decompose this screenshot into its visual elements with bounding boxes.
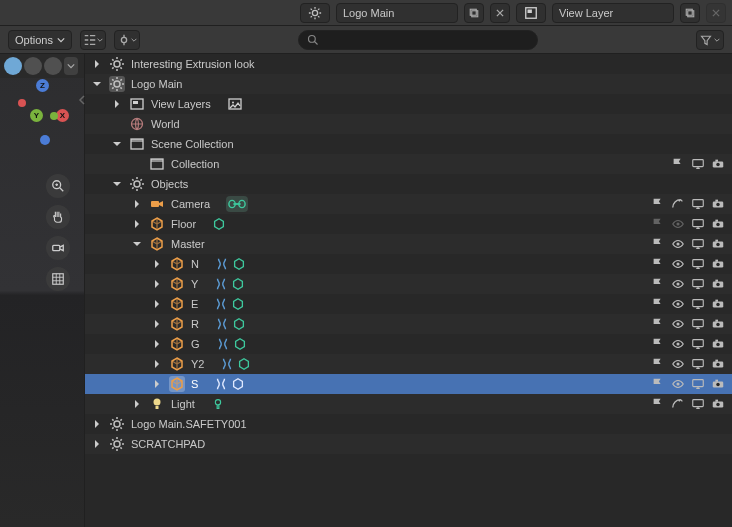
render-toggle[interactable] xyxy=(710,336,726,352)
disclosure-right-icon[interactable] xyxy=(151,299,163,309)
visibility-toggle[interactable] xyxy=(670,296,686,312)
outliner-tree[interactable]: Interesting Extrusion lookLogo MainView … xyxy=(85,54,732,527)
copy-scene-button[interactable] xyxy=(464,3,484,23)
viewport-toggle[interactable] xyxy=(690,296,706,312)
pan-button[interactable] xyxy=(46,205,70,229)
visibility-toggle[interactable] xyxy=(670,236,686,252)
selectable-toggle[interactable] xyxy=(650,276,666,292)
outliner-row[interactable]: S xyxy=(85,374,732,394)
selectable-toggle[interactable] xyxy=(650,296,666,312)
viewlayer-name-field[interactable]: View Layer xyxy=(552,3,674,23)
outliner-row[interactable]: Scene Collection xyxy=(85,134,732,154)
scene-selector[interactable] xyxy=(300,3,330,23)
camera-view-button[interactable] xyxy=(46,236,70,260)
outliner-row[interactable]: View Layers xyxy=(85,94,732,114)
render-toggle[interactable] xyxy=(710,196,726,212)
render-toggle[interactable] xyxy=(710,256,726,272)
viewlayer-selector[interactable] xyxy=(516,3,546,23)
disclosure-right-icon[interactable] xyxy=(151,359,163,369)
hide-select-toggle[interactable] xyxy=(670,396,686,412)
render-toggle[interactable] xyxy=(710,396,726,412)
outliner-row[interactable]: Collection xyxy=(85,154,732,174)
viewport-toggle[interactable] xyxy=(690,356,706,372)
viewport-toggle[interactable] xyxy=(690,196,706,212)
disclosure-right-icon[interactable] xyxy=(151,319,163,329)
visibility-toggle[interactable] xyxy=(670,256,686,272)
outliner-row[interactable]: Floor xyxy=(85,214,732,234)
render-toggle[interactable] xyxy=(710,156,726,172)
selectable-toggle[interactable] xyxy=(650,356,666,372)
disclosure-down-icon[interactable] xyxy=(131,239,143,249)
selectable-toggle[interactable] xyxy=(670,156,686,172)
z-axis-ball[interactable]: Z xyxy=(36,79,49,92)
render-toggle[interactable] xyxy=(710,216,726,232)
copy-viewlayer-button[interactable] xyxy=(680,3,700,23)
disclosure-down-icon[interactable] xyxy=(111,179,123,189)
y-axis-ball[interactable]: Y xyxy=(30,109,43,122)
visibility-toggle[interactable] xyxy=(670,376,686,392)
selectable-toggle[interactable] xyxy=(650,336,666,352)
disclosure-right-icon[interactable] xyxy=(151,259,163,269)
outliner-row[interactable]: Objects xyxy=(85,174,732,194)
outliner-row[interactable]: Camera xyxy=(85,194,732,214)
disclosure-right-icon[interactable] xyxy=(111,99,123,109)
selectable-toggle[interactable] xyxy=(650,216,666,232)
outliner-row[interactable]: Y xyxy=(85,274,732,294)
perspective-toggle-button[interactable] xyxy=(46,267,70,291)
visibility-toggle[interactable] xyxy=(670,356,686,372)
shading-matprev[interactable] xyxy=(44,57,62,75)
disclosure-right-icon[interactable] xyxy=(131,219,143,229)
delete-scene-button[interactable] xyxy=(490,3,510,23)
viewport-panel[interactable]: Z X Y xyxy=(0,54,85,527)
visibility-toggle[interactable] xyxy=(670,276,686,292)
outliner-row[interactable]: R xyxy=(85,314,732,334)
disclosure-down-icon[interactable] xyxy=(91,79,103,89)
axis-gizmo[interactable]: Z X Y xyxy=(18,79,68,129)
render-toggle[interactable] xyxy=(710,236,726,252)
neg-z-ball[interactable] xyxy=(40,135,50,145)
hide-select-toggle[interactable] xyxy=(670,196,686,212)
disclosure-down-icon[interactable] xyxy=(111,139,123,149)
disclosure-right-icon[interactable] xyxy=(91,59,103,69)
outliner-search[interactable] xyxy=(298,30,538,50)
selectable-toggle[interactable] xyxy=(650,376,666,392)
viewport-toggle[interactable] xyxy=(690,336,706,352)
visibility-toggle[interactable] xyxy=(670,316,686,332)
render-toggle[interactable] xyxy=(710,296,726,312)
disclosure-right-icon[interactable] xyxy=(151,379,163,389)
outliner-row[interactable]: Y2 xyxy=(85,354,732,374)
filter-dropdown[interactable] xyxy=(696,30,724,50)
selectable-toggle[interactable] xyxy=(650,236,666,252)
viewport-toggle[interactable] xyxy=(690,156,706,172)
shading-wireframe[interactable] xyxy=(4,57,22,75)
outliner-row[interactable]: Master xyxy=(85,234,732,254)
disclosure-right-icon[interactable] xyxy=(151,339,163,349)
display-mode-dropdown[interactable] xyxy=(80,30,106,50)
neg-x-ball[interactable] xyxy=(18,99,26,107)
shading-dropdown[interactable] xyxy=(64,57,78,75)
viewport-toggle[interactable] xyxy=(690,376,706,392)
display-filter-dropdown[interactable] xyxy=(114,30,140,50)
outliner-row[interactable]: Light xyxy=(85,394,732,414)
render-toggle[interactable] xyxy=(710,356,726,372)
viewport-toggle[interactable] xyxy=(690,316,706,332)
render-toggle[interactable] xyxy=(710,316,726,332)
viewport-toggle[interactable] xyxy=(690,236,706,252)
viewport-toggle[interactable] xyxy=(690,396,706,412)
outliner-row[interactable]: G xyxy=(85,334,732,354)
outliner-row[interactable]: Logo Main xyxy=(85,74,732,94)
selectable-toggle[interactable] xyxy=(650,316,666,332)
scene-name-field[interactable]: Logo Main xyxy=(336,3,458,23)
outliner-row[interactable]: Interesting Extrusion look xyxy=(85,54,732,74)
zoom-button[interactable] xyxy=(46,174,70,198)
visibility-toggle[interactable] xyxy=(670,336,686,352)
search-input[interactable] xyxy=(325,34,529,46)
disclosure-right-icon[interactable] xyxy=(91,419,103,429)
delete-viewlayer-button[interactable] xyxy=(706,3,726,23)
selectable-toggle[interactable] xyxy=(650,196,666,212)
outliner-row[interactable]: SCRATCHPAD xyxy=(85,434,732,454)
outliner-row[interactable]: World xyxy=(85,114,732,134)
viewport-toggle[interactable] xyxy=(690,276,706,292)
render-toggle[interactable] xyxy=(710,276,726,292)
selectable-toggle[interactable] xyxy=(650,256,666,272)
